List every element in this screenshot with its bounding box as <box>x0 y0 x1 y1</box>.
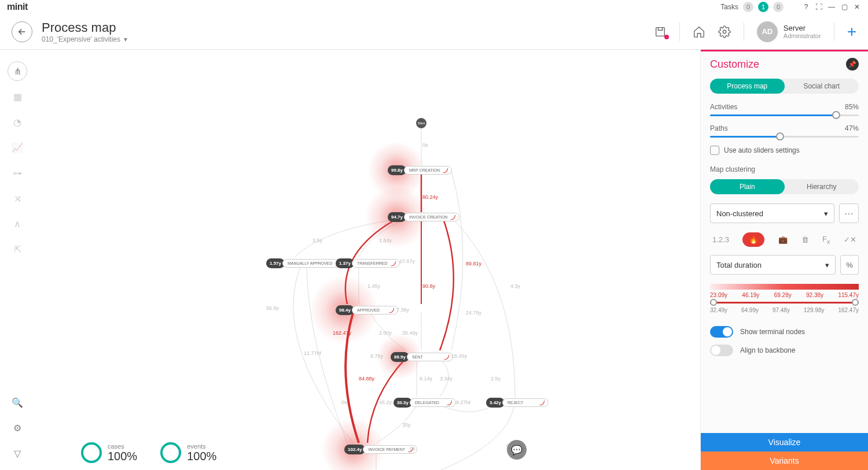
fullscreen-icon[interactable]: ⛶ <box>815 3 823 11</box>
search-icon[interactable]: 🔍 <box>8 393 27 412</box>
filter-icon[interactable]: ▽ <box>8 443 27 463</box>
mode-fx-icon[interactable]: Fx <box>822 235 830 245</box>
tool-image-icon[interactable]: ▦ <box>8 87 27 106</box>
paths-label: Paths <box>710 124 728 132</box>
edge-label: 11.77M <box>304 350 321 356</box>
edge-label: 48.2y <box>379 399 392 405</box>
tasks-badge-1[interactable]: 0 <box>743 2 753 12</box>
node-rej[interactable]: 3.42yREJECT <box>486 398 549 408</box>
minimize-icon[interactable]: — <box>827 3 836 11</box>
user-block[interactable]: AD Server Administrator <box>757 21 821 42</box>
page-title: Process map <box>42 20 127 35</box>
edge-label: 0s <box>422 142 428 148</box>
cases-stat: cases100% <box>81 442 137 463</box>
edge-label: 24.79y <box>466 310 481 316</box>
align-backbone-toggle[interactable] <box>710 345 733 356</box>
tool-pie-icon[interactable]: ◔ <box>8 112 27 132</box>
node-inv[interactable]: 94.7yINVOICE CREATION <box>388 212 459 222</box>
home-icon[interactable] <box>693 25 705 38</box>
variants-button[interactable]: Variants <box>701 452 868 470</box>
add-button[interactable]: + <box>847 23 856 41</box>
mode-trash-icon[interactable]: 🗑 <box>801 235 809 244</box>
tab-plain[interactable]: Plain <box>710 179 785 194</box>
activities-label: Activities <box>710 103 737 111</box>
node-del[interactable]: 30.3yDELEGATED <box>393 398 456 408</box>
tool-export-icon[interactable]: ⇱ <box>8 239 27 259</box>
edge-label: 162.47y <box>333 330 351 336</box>
tool-hierarchy-icon[interactable]: ⋔ <box>8 61 27 81</box>
back-button[interactable] <box>12 21 32 42</box>
show-terminal-toggle[interactable] <box>710 326 733 338</box>
tool-caret-icon[interactable]: ∧ <box>8 214 27 234</box>
avatar: AD <box>757 21 778 42</box>
close-icon[interactable]: ✕ <box>853 3 861 11</box>
edge-label: 2.5y <box>491 376 501 382</box>
paths-value: 47% <box>845 124 859 132</box>
save-icon[interactable] <box>654 25 667 38</box>
cases-ring-icon <box>81 442 102 463</box>
percent-toggle[interactable]: % <box>840 255 859 275</box>
maximize-icon[interactable]: ▢ <box>840 3 848 11</box>
chevron-down-icon: ▾ <box>825 261 829 269</box>
svg-point-1 <box>723 30 726 34</box>
mode-check-x-icon[interactable]: ✓✕ <box>844 235 856 244</box>
node-man[interactable]: 1.57yMANUALLY APPROVED <box>266 258 345 268</box>
paths-slider[interactable] <box>710 136 859 138</box>
tab-process-map[interactable]: Process map <box>710 79 785 94</box>
visualize-button[interactable]: Visualize <box>701 433 868 452</box>
edge-label: 56.9y <box>266 305 279 311</box>
align-backbone-label: Align to backbone <box>740 346 795 354</box>
auto-sliders-checkbox[interactable]: Use auto sliders settings <box>710 146 859 155</box>
help-icon[interactable]: ? <box>802 3 810 11</box>
tab-hierarchy[interactable]: Hierarchy <box>785 179 859 194</box>
clustering-label: Map clustering <box>710 165 859 173</box>
settings-icon[interactable] <box>718 25 731 38</box>
process-map-canvas[interactable]: Start End 99.8yMRP CREATION94.7yINVOICE … <box>35 50 700 470</box>
subtitle-text[interactable]: 010_'Expensive' activities <box>42 35 120 43</box>
edge-label: 84.88y <box>359 376 374 382</box>
node-pay[interactable]: 102.4yINVOICE PAYMENT <box>344 445 417 454</box>
tasks-badge-2[interactable]: 1 <box>758 2 768 12</box>
node-sent[interactable]: 88.9ySENT <box>391 352 453 362</box>
metric-select[interactable]: Total duration▾ <box>710 255 836 275</box>
tool-chart-icon[interactable]: 📈 <box>8 138 27 157</box>
edge-label: 2.00y <box>379 330 392 336</box>
tab-social-chart[interactable]: Social chart <box>785 79 859 94</box>
panel-title: Customize <box>710 58 759 71</box>
chevron-down-icon: ▾ <box>824 209 828 218</box>
gear-icon[interactable]: ⚙ <box>8 418 27 438</box>
edge-label: 9.27M <box>456 399 470 405</box>
start-node[interactable]: Start <box>416 118 426 128</box>
node-mrp[interactable]: 99.8yMRP CREATION <box>388 165 452 175</box>
show-terminal-label: Show terminal nodes <box>740 328 805 336</box>
edge-label: 90.8y <box>422 283 435 289</box>
subtitle-caret-icon[interactable]: ▾ <box>124 35 127 43</box>
node-app[interactable]: 98.4yAPPROVED <box>336 305 398 315</box>
node-tra[interactable]: 1.37yTRANSFERRED <box>336 258 400 268</box>
checkbox-icon <box>710 146 719 155</box>
chat-icon[interactable]: 💬 <box>507 440 527 460</box>
tool-shuffle-icon[interactable]: ⤨ <box>8 188 27 208</box>
events-stat: events100% <box>160 442 216 463</box>
gradient-range[interactable] <box>710 302 859 304</box>
mode-numbers[interactable]: 1.2.3 <box>712 235 729 244</box>
mode-flame-icon[interactable]: 🔥 <box>742 232 764 247</box>
edge-label: 3.34y <box>440 376 453 382</box>
mode-briefcase-icon[interactable]: 💼 <box>778 235 788 244</box>
cluster-select[interactable]: Non-clustered▾ <box>710 203 834 223</box>
edge-label: 0s <box>410 446 415 452</box>
gradient-bar <box>710 284 859 290</box>
edge-label: 80.24y <box>422 194 438 200</box>
edge-label: 35y <box>402 422 411 428</box>
edge-label: 89.81y <box>466 261 481 267</box>
edge-label: 9.75y <box>370 353 383 359</box>
cluster-options-button[interactable]: ⋯ <box>839 203 859 223</box>
tool-network-icon[interactable]: ⊶ <box>8 163 27 183</box>
app-logo: minit <box>7 2 28 12</box>
edge-label: 7.36y <box>396 307 409 313</box>
tasks-badge-3[interactable]: 0 <box>773 2 784 12</box>
edge-label: 1.45y <box>367 283 380 289</box>
activities-slider[interactable] <box>710 114 859 116</box>
activities-value: 85% <box>845 103 859 111</box>
pin-icon[interactable]: 📌 <box>846 58 859 71</box>
